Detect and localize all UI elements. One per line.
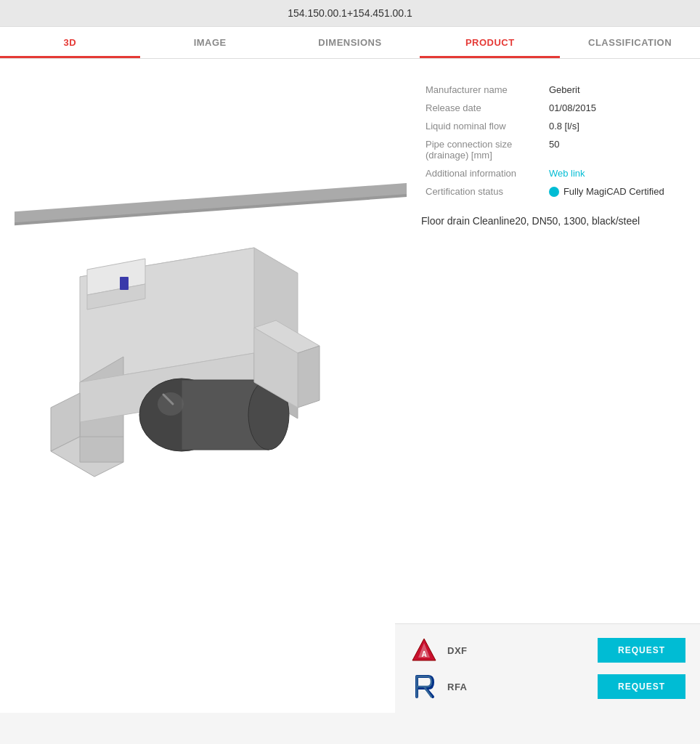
tab-3d[interactable]: 3D (0, 27, 140, 58)
table-row: Release date 01/08/2015 (421, 99, 678, 117)
table-row: Manufacturer name Geberit (421, 81, 678, 99)
download-row-dxf: A DXF REQUEST (410, 636, 685, 665)
table-row: Additional information Web link (421, 164, 678, 182)
download-panel: A DXF REQUEST RFA REQUEST (395, 623, 700, 713)
field-value-manufacturer: Geberit (545, 81, 678, 99)
revit-icon-svg (411, 674, 437, 700)
tab-dimensions[interactable]: DIMENSIONS (280, 27, 420, 58)
cylinder-highlight (158, 392, 184, 416)
field-label-manufacturer: Manufacturer name (421, 81, 545, 99)
tab-bar: 3D IMAGE DIMENSIONS PRODUCT CLASSIFICATI… (0, 27, 700, 59)
tab-product[interactable]: PRODUCT (420, 27, 560, 58)
main-content: Manufacturer name Geberit Release date 0… (0, 59, 700, 713)
3d-model-svg (15, 132, 407, 538)
dxf-icon: A (410, 636, 439, 665)
web-link[interactable]: Web link (549, 168, 585, 179)
field-label-additional: Additional information (421, 164, 545, 182)
svg-text:A: A (421, 650, 426, 658)
cert-dot-icon (549, 187, 559, 197)
download-row-rfa: RFA REQUEST (410, 672, 685, 701)
field-value-cert: Fully MagiCAD Certified (545, 182, 678, 201)
field-value-additional: Web link (545, 164, 678, 182)
field-value-flow: 0.8 [l/s] (545, 117, 678, 135)
rfa-label: RFA (447, 682, 598, 692)
pipe-rod (15, 190, 407, 225)
field-label-release: Release date (421, 99, 545, 117)
step-right (80, 437, 123, 462)
dxf-label: DXF (447, 645, 598, 656)
product-name: Floor drain Cleanline20, DN50, 1300, bla… (421, 215, 678, 227)
table-row: Liquid nominal flow 0.8 [l/s] (421, 117, 678, 135)
autocad-icon-svg: A (411, 637, 437, 663)
product-info-panel: Manufacturer name Geberit Release date 0… (407, 59, 700, 713)
field-label-flow: Liquid nominal flow (421, 117, 545, 135)
field-value-release: 01/08/2015 (545, 99, 678, 117)
product-table: Manufacturer name Geberit Release date 0… (421, 81, 678, 201)
rfa-request-button[interactable]: REQUEST (598, 674, 685, 699)
model-display (15, 132, 392, 553)
blue-accent (120, 277, 129, 290)
cert-status: Fully MagiCAD Certified (549, 186, 674, 197)
attach-right (298, 346, 320, 408)
page-header: 154.150.00.1+154.451.00.1 (0, 0, 700, 27)
svg-line-0 (15, 190, 407, 219)
tab-classification[interactable]: CLASSIFICATION (560, 27, 700, 58)
table-row: Certification status Fully MagiCAD Certi… (421, 182, 678, 201)
dxf-request-button[interactable]: REQUEST (598, 638, 685, 663)
field-label-pipe: Pipe connection size (drainage) [mm] (421, 135, 545, 164)
field-label-cert: Certification status (421, 182, 545, 201)
field-value-pipe: 50 (545, 135, 678, 164)
rfa-icon (410, 672, 439, 701)
cert-text: Fully MagiCAD Certified (563, 186, 664, 197)
3d-view (0, 59, 407, 713)
table-row: Pipe connection size (drainage) [mm] 50 (421, 135, 678, 164)
tab-image[interactable]: IMAGE (140, 27, 280, 58)
header-title: 154.150.00.1+154.451.00.1 (288, 7, 412, 19)
